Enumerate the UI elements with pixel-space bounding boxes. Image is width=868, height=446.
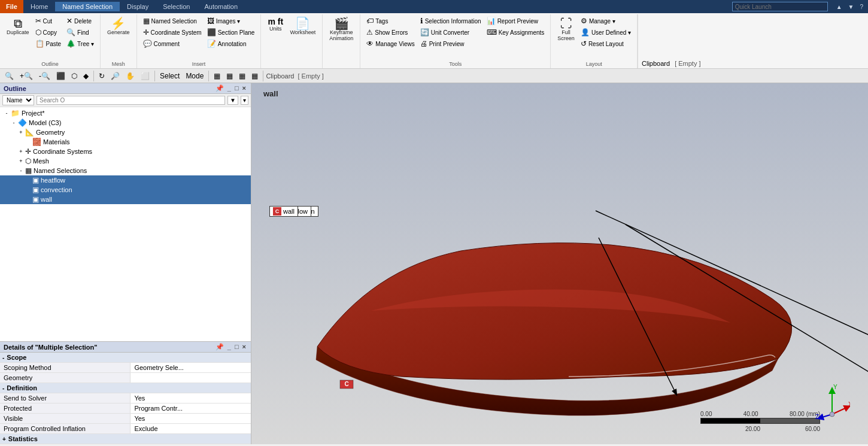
scope-toggle[interactable]: - — [2, 354, 4, 361]
geometry-value[interactable] — [130, 373, 251, 383]
mode-btn[interactable]: Mode — [183, 71, 206, 81]
reset-layout-btn[interactable]: ↺Reset Layout — [578, 38, 633, 49]
find-btn[interactable]: 🔍Find — [64, 27, 96, 38]
fullscreen-btn[interactable]: ⛶ FullScreen — [554, 16, 578, 44]
prog-inflation-value[interactable]: Exclude — [130, 424, 251, 434]
tab-display[interactable]: Display — [120, 2, 156, 11]
geometry-label-cell: Geometry — [0, 373, 130, 383]
view-shade-btn[interactable]: ◆ — [81, 71, 91, 81]
quick-launch-input[interactable] — [732, 2, 828, 11]
worksheet-btn[interactable]: 📄 Worksheet — [287, 16, 318, 38]
named-sel-expand[interactable]: - — [17, 168, 25, 174]
geometry-expand[interactable]: + — [17, 129, 25, 135]
send-to-solver-value[interactable]: Yes — [130, 393, 251, 403]
project-expand[interactable]: - — [2, 110, 11, 116]
generate-btn[interactable]: ⚡ Generate — [104, 16, 133, 38]
tree-item-coord[interactable]: + ✛ Coordinate Systems — [0, 147, 251, 156]
definition-toggle[interactable]: - — [2, 385, 4, 392]
images-btn[interactable]: 🖼Images ▾ — [205, 16, 257, 26]
tab-named-selection[interactable]: Named Selection — [55, 2, 120, 11]
comment-btn[interactable]: 💬Comment — [141, 38, 204, 49]
selection-info-btn[interactable]: ℹSelection Information — [418, 16, 484, 26]
tree-btn[interactable]: 🌲Tree ▾ — [64, 38, 96, 49]
search-options-btn[interactable]: ▾ — [241, 96, 248, 105]
tree-item-geometry[interactable]: + 📐 Geometry — [0, 128, 251, 137]
scoping-method-value[interactable]: Geometry Sele... — [130, 363, 251, 373]
duplicate-btn[interactable]: ⧉ Duplicate — [4, 16, 32, 38]
coordinate-system-btn[interactable]: ✛Coordinate System — [141, 27, 204, 38]
scroll-down-btn[interactable]: ▼ — [846, 3, 857, 11]
filter-type-select[interactable]: Name — [2, 95, 34, 105]
coord-expand[interactable]: + — [17, 148, 25, 154]
help-btn[interactable]: ? — [857, 3, 866, 11]
tab-home[interactable]: Home — [23, 2, 55, 11]
view-box-btn[interactable]: ⬛ — [54, 71, 68, 81]
tree-item-mesh[interactable]: + ⬡ Mesh — [0, 156, 251, 166]
view-top-btn[interactable]: ▦ — [211, 71, 223, 81]
outline-pin-btn[interactable]: 📌 — [214, 84, 225, 92]
manage-views-btn[interactable]: 👁Manage Views — [364, 38, 417, 49]
tab-selection[interactable]: Selection — [156, 2, 197, 11]
print-preview-btn[interactable]: 🖨Print Preview — [418, 38, 484, 49]
keyframe-btn[interactable]: 🎬 KeyframeAnimation — [326, 16, 356, 44]
view-right-btn[interactable]: ▦ — [236, 71, 248, 81]
tab-automation[interactable]: Automation — [197, 2, 245, 11]
units-btn[interactable]: m ft Units — [265, 16, 286, 34]
ribbon-insert-col2: 🖼Images ▾ ⬛Section Plane 📝Annotation — [205, 16, 257, 49]
delete-btn[interactable]: ✕Delete — [64, 16, 96, 26]
zoom-fit-btn[interactable]: 🔍 — [2, 71, 16, 81]
tree-search-input[interactable] — [37, 96, 225, 105]
statistics-toggle[interactable]: + — [2, 436, 6, 442]
view-wire-btn[interactable]: ⬡ — [69, 71, 80, 81]
file-menu-btn[interactable]: File — [0, 0, 23, 13]
svg-text:Z: Z — [815, 414, 819, 420]
viewport[interactable]: wall — [251, 83, 868, 444]
ribbon-group-outline: ⧉ Duplicate ✂Cut ⬡Copy 📋Paste ✕Delete 🔍F… — [0, 14, 101, 68]
user-defined-btn[interactable]: 👤User Defined ▾ — [578, 27, 633, 38]
scroll-up-btn[interactable]: ▲ — [834, 3, 845, 11]
mesh-expand[interactable]: + — [17, 158, 25, 164]
manage-icon: ⚙ — [581, 17, 587, 25]
zoom-out-btn[interactable]: -🔍 — [37, 71, 53, 81]
tree-item-model[interactable]: - 🔷 Model (C3) — [0, 118, 251, 128]
select-btn[interactable]: Select — [157, 71, 182, 81]
manage-btn[interactable]: ⚙Manage ▾ — [578, 16, 633, 26]
tree-item-convection[interactable]: ▣ convection — [0, 185, 251, 195]
copy-btn[interactable]: ⬡Copy — [33, 27, 64, 38]
zoom-in-btn[interactable]: +🔍 — [17, 71, 35, 81]
search-down-btn[interactable]: ▼ — [227, 96, 238, 105]
details-close-btn[interactable]: × — [241, 343, 247, 351]
tree-item-named-sel[interactable]: - ▦ Named Selections — [0, 166, 251, 175]
rotate-btn[interactable]: ↻ — [96, 71, 107, 81]
unit-converter-btn[interactable]: 🔄Unit Converter — [418, 27, 484, 38]
view-front-btn[interactable]: ▦ — [224, 71, 235, 81]
model-expand[interactable]: - — [10, 120, 18, 126]
details-minimize-btn[interactable]: _ — [226, 343, 232, 351]
tree-item-heatflow[interactable]: ▣ heatflow — [0, 175, 251, 185]
zoom-region-btn[interactable]: ⬜ — [138, 71, 152, 81]
zoom-btn[interactable]: 🔎 — [108, 71, 122, 81]
details-maximize-btn[interactable]: □ — [233, 343, 240, 351]
report-preview-btn[interactable]: 📊Report Preview — [484, 16, 547, 26]
scope-title: Scope — [7, 354, 26, 361]
view-iso-btn[interactable]: ▦ — [249, 71, 260, 81]
pan-btn[interactable]: ✋ — [123, 71, 137, 81]
outline-maximize-btn[interactable]: □ — [233, 84, 240, 92]
protected-value[interactable]: Program Contr... — [130, 403, 251, 414]
tree-item-materials[interactable]: 🧱 Materials — [0, 137, 251, 147]
outline-minimize-btn[interactable]: _ — [226, 84, 232, 92]
tree-item-project[interactable]: - 📁 Project* — [0, 108, 251, 118]
paste-btn[interactable]: 📋Paste — [33, 38, 64, 49]
visible-value[interactable]: Yes — [130, 414, 251, 424]
outline-close-btn[interactable]: × — [241, 84, 247, 92]
named-selection-btn[interactable]: ▦Named Selection — [141, 16, 204, 26]
cut-btn[interactable]: ✂Cut — [33, 16, 64, 26]
show-errors-btn[interactable]: ⚠Show Errors — [364, 27, 417, 38]
key-assignments-btn[interactable]: ⌨Key Assignments — [484, 27, 547, 38]
tree-item-wall[interactable]: ▣ wall — [0, 195, 251, 204]
annotation-btn[interactable]: 📝Annotation — [205, 38, 257, 49]
details-pin-btn[interactable]: 📌 — [214, 343, 225, 351]
section-plane-btn[interactable]: ⬛Section Plane — [205, 27, 257, 38]
tags-btn[interactable]: 🏷Tags — [364, 16, 417, 26]
section-plane-icon: ⬛ — [207, 28, 216, 37]
